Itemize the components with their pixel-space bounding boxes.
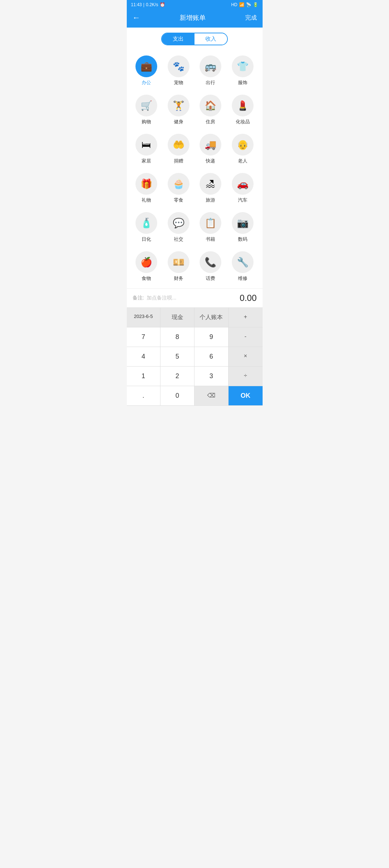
category-item-cosmetics[interactable]: 💄化妆品 [227,92,259,128]
category-item-repair[interactable]: 🔧维修 [227,248,259,285]
category-icon-fitness: 🏋 [168,95,189,116]
category-icon-office: 💼 [135,55,157,77]
key-ok[interactable]: OK [229,386,263,405]
category-icon-home: 🛏 [135,134,157,156]
category-label-tourism: 旅游 [206,197,215,203]
key-date[interactable]: 2023-6-5 [127,308,161,327]
category-icon-cosmetics: 💄 [232,95,254,116]
header: ← 新增账单 完成 [127,9,263,28]
category-label-donation: 捐赠 [174,158,183,164]
keypad-top-row: 2023-6-5现金个人账本+ [127,308,263,327]
keypad-row-1: 456× [127,347,263,367]
status-time: 11:43 [131,2,142,7]
category-item-housing[interactable]: 🏠住房 [194,92,227,128]
category-item-finance[interactable]: 💴财务 [162,248,194,285]
tab-expense[interactable]: 支出 [162,33,194,45]
category-label-travel: 出行 [206,79,215,86]
key-5[interactable]: 5 [160,347,194,366]
key-4[interactable]: 4 [127,347,161,366]
category-item-daily[interactable]: 🧴日化 [130,209,163,245]
key-3[interactable]: 3 [194,367,229,386]
key-operator--[interactable]: - [229,327,263,347]
status-separator: | [143,2,145,7]
category-item-fitness[interactable]: 🏋健身 [162,92,194,128]
category-icon-express: 🚚 [200,134,221,156]
key-operator-×[interactable]: × [229,347,263,366]
key-special-1[interactable]: 现金 [160,308,194,327]
category-icon-clothing: 👕 [232,55,254,77]
key-7[interactable]: 7 [127,327,161,347]
signal-icon: 📶 [239,2,244,7]
keypad-row-2: 123÷ [127,367,263,386]
key-8[interactable]: 8 [160,327,194,347]
category-label-housing: 住房 [206,119,215,125]
category-item-car[interactable]: 🚗汽车 [227,170,259,206]
key-.[interactable]: . [127,386,161,405]
category-label-food: 食物 [142,275,151,282]
category-icon-repair: 🔧 [232,251,254,273]
remark-placeholder[interactable]: 加点备注呗... [147,295,176,301]
category-item-books[interactable]: 📋书籍 [194,209,227,245]
category-item-office[interactable]: 💼办公 [130,53,163,89]
category-label-finance: 财务 [174,275,183,282]
category-icon-shopping: 🛒 [135,95,157,116]
category-icon-books: 📋 [200,212,221,234]
category-icon-finance: 💴 [168,251,189,273]
key-9[interactable]: 9 [194,327,229,347]
key-operator-÷[interactable]: ÷ [229,367,263,386]
status-left: 11:43 | 0.2K/s ⏰ [131,2,165,7]
category-icon-donation: 🤲 [168,134,189,156]
category-label-social: 社交 [174,236,183,243]
wifi-icon: 📡 [246,2,251,7]
category-item-snack[interactable]: 🧁零食 [162,170,194,206]
category-item-clothing[interactable]: 👕服饰 [227,53,259,89]
done-button[interactable]: 完成 [245,14,257,22]
key-2[interactable]: 2 [160,367,194,386]
tab-group: 支出 收入 [161,33,228,45]
status-right: HD 📶 📡 🔋 [231,2,258,7]
keypad-row-0: 789- [127,327,263,347]
category-item-food[interactable]: 🍎食物 [130,248,163,285]
battery-icon: 🔋 [253,2,258,7]
category-item-express[interactable]: 🚚快递 [194,131,227,167]
keypad-row-3: .0⌫OK [127,386,263,406]
category-label-pet: 宠物 [174,79,183,86]
category-icon-travel: 🚌 [200,55,221,77]
category-item-elderly[interactable]: 👴老人 [227,131,259,167]
category-item-travel[interactable]: 🚌出行 [194,53,227,89]
category-item-pet[interactable]: 🐾宠物 [162,53,194,89]
key-operator-plus[interactable]: + [229,308,263,327]
category-label-office: 办公 [142,79,151,86]
category-label-digital: 数码 [238,236,247,243]
category-label-shopping: 购物 [142,119,151,125]
remark-label: 备注: 加点备注呗... [133,295,176,301]
category-item-tourism[interactable]: 🏖旅游 [194,170,227,206]
category-label-fitness: 健身 [174,119,183,125]
key-6[interactable]: 6 [194,347,229,366]
keypad: 2023-6-5现金个人账本+789-456×123÷.0⌫OK [127,307,263,406]
key-backspace[interactable]: ⌫ [194,386,229,405]
tab-income[interactable]: 收入 [194,33,227,45]
key-1[interactable]: 1 [127,367,161,386]
tab-switcher: 支出 收入 [127,28,263,49]
category-icon-digital: 📷 [232,212,254,234]
category-icon-daily: 🧴 [135,212,157,234]
key-special-2[interactable]: 个人账本 [194,308,229,327]
category-label-elderly: 老人 [238,158,247,164]
category-item-shopping[interactable]: 🛒购物 [130,92,163,128]
category-label-express: 快递 [206,158,215,164]
category-item-social[interactable]: 💬社交 [162,209,194,245]
alarm-icon: ⏰ [160,2,165,7]
category-label-books: 书籍 [206,236,215,243]
amount-display: 0.00 [240,293,257,303]
page-title: 新增账单 [180,13,206,22]
key-0[interactable]: 0 [160,386,194,405]
remark-bar: 备注: 加点备注呗... 0.00 [127,288,263,307]
back-button[interactable]: ← [133,13,141,22]
category-item-donation[interactable]: 🤲捐赠 [162,131,194,167]
category-item-digital[interactable]: 📷数码 [227,209,259,245]
category-item-gift[interactable]: 🎁礼物 [130,170,163,206]
category-item-phone[interactable]: 📞话费 [194,248,227,285]
category-icon-snack: 🧁 [168,173,189,195]
category-item-home[interactable]: 🛏家居 [130,131,163,167]
